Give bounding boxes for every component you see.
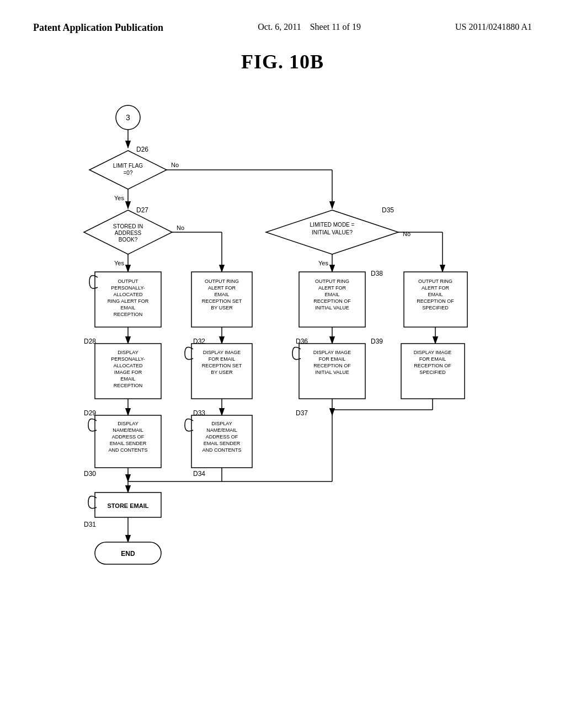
box-dp-text5: EMAIL (120, 376, 135, 382)
header-center: Oct. 6, 2011 Sheet 11 of 19 (258, 22, 361, 32)
page: Patent Application Publication Oct. 6, 2… (0, 0, 565, 728)
box-store-text: STORE EMAIL (108, 502, 149, 509)
d26-text1: LIMIT FLAG (113, 163, 143, 169)
d27-label: D27 (136, 206, 148, 214)
box-dp-text4: IMAGE FOR (114, 370, 142, 375)
box-du-text4: BY USER (211, 370, 233, 375)
box-specified-text2: ALERT FOR (422, 285, 450, 291)
box-np-text4: EMAIL SENDER (110, 441, 147, 446)
box-initial-text1: OUTPUT RING (315, 279, 349, 284)
d29-label: D29 (84, 409, 96, 417)
d27-text1: STORED IN (113, 223, 143, 229)
box-dp-text6: RECEPTION (114, 383, 143, 388)
box-initial-text4: RECEPTION OF (313, 298, 351, 304)
box-dp-text2: PERSONALLY- (111, 356, 145, 362)
d34-label: D34 (193, 470, 205, 478)
box-ds-text2: FOR EMAIL (419, 356, 446, 362)
d31-label: D31 (84, 521, 96, 528)
d35-yes: Yes (318, 260, 328, 266)
d26-label: D26 (136, 146, 148, 153)
box-nu-text2: NAME/EMAIL (206, 427, 237, 433)
box-nu-text5: AND CONTENTS (202, 447, 241, 453)
box-specified-text4: RECEPTION OF (417, 298, 454, 304)
box-specified-text1: OUTPUT RING (418, 279, 452, 284)
box-personal-text5: EMAIL (120, 305, 135, 311)
box-di-text1: DISPLAY IMAGE (313, 350, 351, 355)
box-initial-text2: ALERT FOR (318, 285, 347, 291)
box-personal-text2: PERSONALLY- (111, 285, 145, 291)
box-dp-text1: DISPLAY (118, 350, 138, 355)
start-node: 3 (126, 113, 130, 122)
fig-title: FIG. 10B (33, 50, 532, 73)
box-personal-text1: OUTPUT (118, 279, 139, 284)
box-ds-text3: RECEPTION OF (414, 363, 451, 368)
d35-label: D35 (382, 206, 394, 214)
box-specified-text3: EMAIL (428, 292, 443, 297)
d37-label: D37 (296, 409, 308, 417)
header-right: US 2011/0241880 A1 (455, 22, 532, 32)
d26-text2: =0? (124, 170, 133, 176)
box-user-text1: OUTPUT RING (205, 279, 239, 284)
d27-no: No (177, 224, 184, 231)
box-initial-text5: INITIAL VALUE (315, 305, 349, 311)
d30-label: D30 (84, 470, 96, 478)
box-initial-text3: EMAIL (324, 292, 339, 297)
box-du-text2: FOR EMAIL (209, 356, 236, 362)
box-personal-text3: ALLOCATED (114, 292, 143, 297)
d35-text1: LIMITED MODE = (310, 222, 355, 228)
header-date: Oct. 6, 2011 (258, 22, 301, 31)
box-personal-text6: RECEPTION (114, 312, 143, 317)
box-user-text4: RECEPTION SET (202, 298, 242, 304)
box-di-text2: FOR EMAIL (319, 356, 346, 362)
box-personal-text4: RING ALERT FOR (108, 298, 149, 304)
d26-no: No (171, 162, 179, 168)
box-user-text5: BY USER (211, 305, 233, 311)
box-nu-text4: EMAIL SENDER (204, 441, 241, 446)
box-nu-text1: DISPLAY (211, 421, 232, 426)
box-ds-text1: DISPLAY IMAGE (414, 350, 452, 355)
d39-label: D39 (371, 338, 383, 345)
header-sheet: Sheet 11 of 19 (310, 22, 361, 31)
box-np-text5: AND CONTENTS (108, 447, 147, 453)
box-ds-text4: SPECIFIED (419, 370, 446, 375)
box-specified-text5: SPECIFIED (422, 305, 449, 311)
box-np-text2: NAME/EMAIL (113, 427, 143, 433)
box-nu-text3: ADDRESS OF (206, 434, 238, 440)
d35-text2: INITIAL VALUE? (312, 229, 353, 235)
box-np-text1: DISPLAY (118, 421, 138, 426)
header: Patent Application Publication Oct. 6, 2… (33, 22, 532, 34)
end-text: END (121, 550, 135, 558)
d27-text2: ADDRESS (115, 230, 142, 236)
d28-label: D28 (84, 338, 96, 345)
box-di-text3: RECEPTION OF (313, 363, 351, 368)
box-du-text1: DISPLAY IMAGE (203, 350, 241, 355)
box-np-text3: ADDRESS OF (112, 434, 145, 440)
box-du-text3: RECEPTION SET (202, 363, 242, 368)
d35-no: No (403, 231, 411, 237)
d27-yes: Yes (114, 260, 124, 266)
diagram-container: 3 D26 LIMIT FLAG =0? Yes No D27 STORED I… (40, 90, 525, 699)
d27-text3: BOOK? (119, 237, 138, 243)
box-user-text2: ALERT FOR (208, 285, 236, 291)
header-left: Patent Application Publication (33, 22, 163, 34)
d38-label: D38 (371, 270, 383, 277)
box-dp-text3: ALLOCATED (114, 363, 143, 368)
d26-yes: Yes (114, 195, 124, 201)
box-user-text3: EMAIL (214, 292, 229, 297)
box-di-text4: INITIAL VALUE (315, 370, 349, 375)
